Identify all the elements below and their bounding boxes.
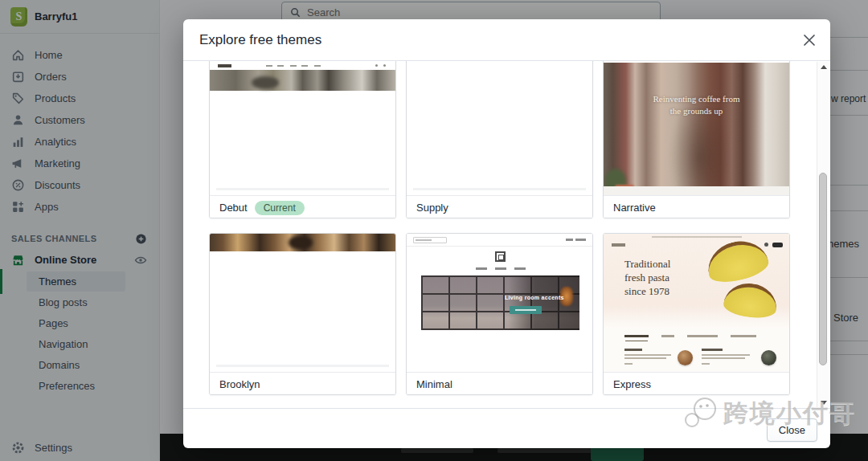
express-product-photo <box>678 350 693 365</box>
express-hero-headline: Traditional fresh pasta since 1978 <box>624 258 684 299</box>
express-announcement-bar <box>652 236 742 238</box>
brooklyn-preview-image <box>210 234 395 372</box>
theme-card-narrative[interactable]: Reinventing coffee from the grounds up N… <box>603 61 790 218</box>
express-cart-icon <box>764 243 768 247</box>
theme-card-footer: Narrative <box>604 195 789 218</box>
minimal-hero-photo: Living room accents <box>421 275 579 330</box>
theme-name: Debut <box>219 202 248 214</box>
brooklyn-section-divider <box>216 365 389 367</box>
close-button[interactable]: Close <box>767 418 817 442</box>
theme-card-footer: Brooklyn <box>210 372 395 395</box>
scrollbar-thumb[interactable] <box>819 173 827 365</box>
debut-preview-image <box>210 61 395 195</box>
theme-name: Express <box>613 378 651 390</box>
screen: w report hemes Store Barryfu1 Home Order… <box>0 0 868 461</box>
narrative-coffee-photo <box>604 63 789 186</box>
theme-card-footer: Debut Current <box>210 195 395 218</box>
narrative-hero-caption: Reinventing coffee from the grounds up <box>649 93 745 117</box>
modal-scrollbar[interactable] <box>817 62 829 407</box>
theme-card-express[interactable]: Traditional fresh pasta since 1978 <box>603 233 790 395</box>
express-logo <box>612 243 625 247</box>
theme-card-brooklyn[interactable]: Brooklyn <box>209 233 396 395</box>
scroll-down-arrow-icon[interactable] <box>817 398 829 407</box>
narrative-lower-band <box>604 186 789 195</box>
minimal-hero-caption: Living room accents <box>505 295 564 300</box>
current-theme-badge: Current <box>255 201 305 215</box>
narrative-preview-image: Reinventing coffee from the grounds up <box>604 61 789 195</box>
debut-section-divider <box>216 188 389 190</box>
brooklyn-photo-detail <box>289 235 313 250</box>
supply-preview-image <box>407 61 592 195</box>
theme-card-footer: Express <box>604 372 789 395</box>
theme-card-footer: Minimal <box>407 372 592 395</box>
minimal-hero-button <box>510 306 542 314</box>
theme-name: Brooklyn <box>219 378 260 390</box>
modal-title: Explore free themes <box>199 32 321 48</box>
theme-name: Minimal <box>416 378 452 390</box>
theme-name: Narrative <box>613 202 656 214</box>
minimal-preview-image: Living room accents <box>407 234 592 372</box>
supply-section-divider <box>413 188 586 190</box>
theme-name: Supply <box>416 202 448 214</box>
brooklyn-photo-strip <box>210 234 395 251</box>
minimal-logo <box>495 251 506 262</box>
minimal-header-divider <box>407 246 592 247</box>
close-icon[interactable] <box>800 31 819 50</box>
modal-footer: Close <box>183 408 830 448</box>
express-header-pill <box>772 243 783 247</box>
modal-header: Explore free themes <box>183 19 830 61</box>
minimal-search-box <box>413 237 447 243</box>
debut-photo-strip <box>210 70 395 91</box>
express-product-photo <box>761 350 776 365</box>
scroll-up-arrow-icon[interactable] <box>817 62 829 71</box>
theme-card-supply[interactable]: Supply <box>406 61 593 218</box>
theme-card-minimal[interactable]: Living room accents Minimal <box>406 233 593 395</box>
express-preview-image: Traditional fresh pasta since 1978 <box>604 234 789 372</box>
theme-card-debut[interactable]: Debut Current <box>209 61 396 218</box>
debut-photo-detail <box>252 76 279 89</box>
themes-scroll-area: Debut Current Supply <box>183 61 830 408</box>
debut-theme-header <box>210 63 395 70</box>
explore-free-themes-modal: Explore free themes <box>183 19 830 448</box>
theme-card-footer: Supply <box>407 195 592 218</box>
